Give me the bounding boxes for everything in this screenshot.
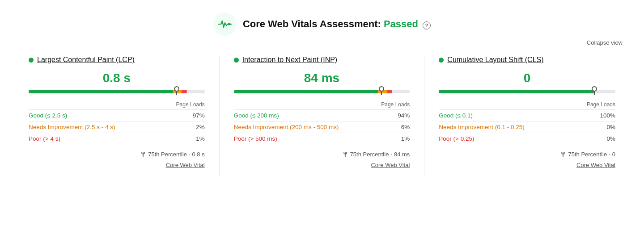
table-row: Needs Improvement (200 ms - 500 ms)6% — [234, 121, 410, 133]
stat-value-inp-2: 1% — [392, 133, 410, 145]
metric-title-lcp: Largest Contentful Paint (LCP) — [29, 56, 205, 64]
stat-label-lcp-0: Good (≤ 2.5 s) — [29, 110, 183, 121]
metric-panel-cls: Cumulative Layout Shift (CLS)0Page Loads… — [424, 56, 630, 176]
core-web-vital-link-lcp[interactable]: Core Web Vital — [29, 160, 205, 168]
help-icon[interactable]: ? — [423, 21, 431, 29]
header-text: Core Web Vitals Assessment: Passed ? — [243, 18, 431, 30]
stat-value-cls-0: 100% — [589, 110, 615, 121]
bar-track-cls — [439, 90, 615, 93]
title-text: Core Web Vitals Assessment: — [243, 18, 381, 29]
bar-container-inp — [234, 90, 410, 98]
percentile-text-lcp: 75th Percentile - 0.8 s — [148, 151, 204, 158]
bar-marker-cls — [594, 88, 595, 95]
metric-value-cls: 0 — [439, 71, 615, 85]
collapse-link[interactable]: Collapse view — [587, 39, 623, 46]
stat-label-inp-2: Poor (> 500 ms) — [234, 133, 392, 145]
stat-label-lcp-1: Needs Improvement (2.5 s - 4 s) — [29, 121, 183, 133]
percentile-lcp: 75th Percentile - 0.8 s — [29, 148, 205, 160]
stats-table-inp: Good (≤ 200 ms)94%Needs Improvement (200… — [234, 109, 410, 144]
bar-marker-lcp — [176, 88, 177, 95]
status-dot-cls — [439, 58, 444, 63]
table-row: Poor (> 0.25)0% — [439, 133, 615, 145]
svg-point-0 — [228, 23, 230, 25]
percentile-inp: 75th Percentile - 84 ms — [234, 148, 410, 160]
status-dot-lcp — [29, 58, 34, 63]
page-loads-label-inp: Page Loads — [234, 101, 410, 108]
metric-name-cls[interactable]: Cumulative Layout Shift (CLS) — [447, 56, 543, 64]
metric-panel-inp: Interaction to Next Paint (INP)84 msPage… — [220, 56, 425, 176]
metric-panel-lcp: Largest Contentful Paint (LCP)0.8 sPage … — [14, 56, 220, 176]
stat-label-lcp-2: Poor (> 4 s) — [29, 133, 183, 145]
bar-track-lcp — [29, 90, 205, 93]
metric-value-inp: 84 ms — [234, 71, 410, 85]
header: Core Web Vitals Assessment: Passed ? — [0, 0, 644, 39]
stat-label-inp-0: Good (≤ 200 ms) — [234, 110, 392, 121]
stat-label-inp-1: Needs Improvement (200 ms - 500 ms) — [234, 121, 392, 133]
table-row: Good (≤ 2.5 s)97% — [29, 110, 205, 121]
page-loads-label-lcp: Page Loads — [29, 101, 205, 108]
bar-green-cls — [439, 90, 594, 93]
bar-red-inp — [387, 90, 392, 93]
bar-green-inp — [234, 90, 378, 93]
bar-track-inp — [234, 90, 410, 93]
stat-value-lcp-0: 97% — [183, 110, 204, 121]
table-row: Poor (> 500 ms)1% — [234, 133, 410, 145]
metric-title-cls: Cumulative Layout Shift (CLS) — [439, 56, 615, 64]
table-row: Needs Improvement (2.5 s - 4 s)2% — [29, 121, 205, 133]
percentile-text-inp: 75th Percentile - 84 ms — [350, 151, 410, 158]
bar-container-cls — [439, 90, 615, 98]
percentile-cls: 75th Percentile - 0 — [439, 148, 615, 160]
core-web-vital-link-inp[interactable]: Core Web Vital — [234, 160, 410, 168]
metric-value-lcp: 0.8 s — [29, 71, 205, 85]
collapse-bar: Collapse view — [0, 39, 644, 51]
vitals-icon — [213, 13, 237, 36]
bar-marker-inp — [381, 88, 382, 95]
stats-table-lcp: Good (≤ 2.5 s)97%Needs Improvement (2.5 … — [29, 109, 205, 144]
bar-green-lcp — [29, 90, 173, 93]
stat-value-inp-1: 6% — [392, 121, 410, 133]
stat-value-lcp-1: 2% — [183, 121, 204, 133]
status-dot-inp — [234, 58, 239, 63]
percentile-marker-icon-cls — [561, 151, 566, 158]
page-loads-label-cls: Page Loads — [439, 101, 615, 108]
table-row: Poor (> 4 s)1% — [29, 133, 205, 145]
stat-label-cls-2: Poor (> 0.25) — [439, 133, 588, 145]
metric-title-inp: Interaction to Next Paint (INP) — [234, 56, 410, 64]
assessment-title: Core Web Vitals Assessment: Passed ? — [243, 18, 431, 29]
status-text: Passed — [384, 18, 418, 29]
stats-table-cls: Good (≤ 0.1)100%Needs Improvement (0.1 -… — [439, 109, 615, 144]
svg-point-1 — [230, 24, 231, 25]
stat-label-cls-1: Needs Improvement (0.1 - 0.25) — [439, 121, 588, 133]
table-row: Needs Improvement (0.1 - 0.25)0% — [439, 121, 615, 133]
metric-name-inp[interactable]: Interaction to Next Paint (INP) — [242, 56, 338, 64]
percentile-marker-icon-inp — [343, 151, 348, 158]
core-web-vital-link-cls[interactable]: Core Web Vital — [439, 160, 615, 168]
percentile-text-cls: 75th Percentile - 0 — [568, 151, 615, 158]
stat-value-cls-2: 0% — [589, 133, 615, 145]
stat-value-inp-0: 94% — [392, 110, 410, 121]
metrics-grid: Largest Contentful Paint (LCP)0.8 sPage … — [0, 51, 644, 184]
table-row: Good (≤ 0.1)100% — [439, 110, 615, 121]
percentile-marker-icon-lcp — [141, 151, 146, 158]
stat-value-lcp-2: 1% — [183, 133, 204, 145]
table-row: Good (≤ 200 ms)94% — [234, 110, 410, 121]
metric-name-lcp[interactable]: Largest Contentful Paint (LCP) — [37, 56, 135, 64]
bar-container-lcp — [29, 90, 205, 98]
bar-red-lcp — [182, 90, 187, 93]
stat-label-cls-0: Good (≤ 0.1) — [439, 110, 588, 121]
stat-value-cls-1: 0% — [589, 121, 615, 133]
